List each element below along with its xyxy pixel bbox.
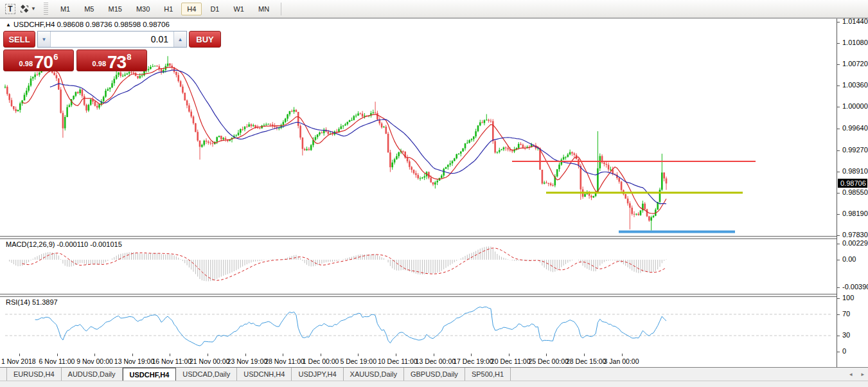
volume-decrease-button[interactable]: ▼: [38, 32, 51, 47]
ohlc-low: 0.98598: [114, 21, 141, 28]
main-chart-panel[interactable]: ▲USDCHF,H40.986080.987360.985980.98706 S…: [0, 19, 837, 236]
rsi-tick-0: 0: [842, 347, 846, 355]
tab-usdchfh4[interactable]: USDCHF,H4: [123, 368, 177, 381]
arrows-dropdown-caret-icon[interactable]: ▼: [31, 6, 36, 12]
time-tick: [509, 354, 509, 356]
axis-vertical-border: [837, 19, 837, 368]
time-tick: [471, 354, 472, 356]
time-tick: [19, 354, 20, 356]
time-axis[interactable]: 1 Nov 20186 Nov 11:009 Nov 00:0013 Nov 1…: [0, 354, 837, 368]
price-tick-1.01440-tick: [837, 22, 840, 22]
rsi-panel[interactable]: RSI(14) 51.3897: [0, 297, 837, 354]
price-tick-0.99640: 0.99640: [842, 124, 868, 132]
time-label: 20 Dec 11:00: [491, 357, 531, 365]
time-tick: [584, 354, 585, 356]
chart-tab-bar: EURUSD,H4AUDUSD,DailyUSDCHF,H4USDCAD,Dai…: [0, 367, 868, 381]
price-tick-1.00360-tick: [837, 86, 840, 86]
tab-gbpusddaily[interactable]: GBPUSD,Daily: [404, 368, 465, 381]
time-label: 9 Nov 00:00: [76, 357, 113, 365]
chart-window: ▲USDCHF,H40.986080.987360.985980.98706 S…: [0, 18, 868, 367]
time-tick: [57, 354, 58, 356]
ma-fast-line: [22, 68, 666, 214]
macd-tick-0.00: 0.00: [842, 255, 856, 263]
buy-price-display[interactable]: 0.98 73 8: [76, 50, 147, 71]
sell-button[interactable]: SELL: [3, 31, 35, 48]
price-tick-1.00720: 1.00720: [842, 60, 868, 68]
time-label: 1 Dec 00:00: [303, 357, 339, 365]
timeframe-H4[interactable]: H4: [181, 3, 202, 15]
time-label: 25 Dec 00:00: [528, 357, 568, 365]
time-label: 6 Nov 11:00: [39, 357, 75, 365]
volume-increase-button[interactable]: ▲: [173, 32, 186, 47]
price-tick-0.98550-tick: [837, 193, 840, 194]
timeframe-D1[interactable]: D1: [204, 3, 225, 15]
price-tick-0.99640-tick: [837, 129, 840, 129]
rsi-tick-70-tick: [837, 314, 840, 315]
time-tick: [208, 354, 208, 356]
timeframe-W1[interactable]: W1: [227, 3, 250, 15]
tab-eurusdh4[interactable]: EURUSD,H4: [6, 368, 62, 381]
sell-price-display[interactable]: 0.98 70 6: [3, 50, 74, 71]
tab-scroll-left-icon[interactable]: ◂: [849, 370, 853, 378]
time-tick: [245, 354, 246, 356]
arrows-tool-button[interactable]: ▼: [19, 2, 37, 16]
tab-usdcaddaily[interactable]: USDCAD,Daily: [176, 368, 237, 381]
timeframe-M15[interactable]: M15: [102, 3, 127, 15]
macd-tick--0.003904-tick: [837, 287, 840, 288]
toolbar-grip[interactable]: [44, 3, 48, 15]
sell-price-prefix: 0.98: [19, 60, 33, 68]
time-tick: [321, 354, 321, 356]
price-tick-1.00720-tick: [837, 64, 840, 65]
macd-tick--0.003904: -0.003904: [842, 283, 868, 291]
sell-price-big: 70: [34, 55, 53, 70]
time-label: 3 Jan 00:00: [604, 357, 639, 365]
collapse-arrow-icon[interactable]: ▲: [6, 22, 11, 28]
price-tick-0.99270-tick: [837, 150, 840, 151]
price-tick-0.98190-tick: [837, 214, 840, 215]
tab-scroll-right-icon[interactable]: ▸: [861, 370, 864, 378]
rsi-tick-70: 70: [842, 310, 850, 318]
timeframe-M1[interactable]: M1: [55, 3, 76, 15]
volume-input[interactable]: [51, 32, 173, 47]
rsi-tick-0-tick: [837, 352, 840, 352]
tab-sp500h1[interactable]: SP500,H1: [465, 368, 511, 381]
time-label: 1 Nov 2018: [1, 357, 36, 365]
tab-xauusddaily[interactable]: XAUUSD,Daily: [344, 368, 404, 381]
macd-tick-0.00-tick: [837, 260, 840, 260]
timeframe-H1[interactable]: H1: [158, 3, 179, 15]
price-tick-0.98190: 0.98190: [842, 210, 868, 217]
rsi-tick-30-tick: [837, 336, 840, 336]
tab-usdcnhh4[interactable]: USDCNH,H4: [237, 368, 292, 381]
timeframe-MN[interactable]: MN: [252, 3, 275, 15]
macd-panel[interactable]: MACD(12,26,9) -0.000110 -0.001015: [0, 239, 837, 294]
tab-usdjpyh4[interactable]: USDJPY,H4: [292, 368, 343, 381]
chart-title: ▲USDCHF,H40.986080.987360.985980.98706: [6, 21, 172, 28]
tab-audusddaily[interactable]: AUDUSD,Daily: [62, 368, 123, 381]
price-tick-0.99270: 0.99270: [842, 146, 868, 154]
price-tick-1.01440: 1.01440: [842, 17, 868, 25]
macd-canvas[interactable]: [0, 239, 837, 294]
current-price-tag: 0.98706: [838, 179, 867, 188]
buy-button[interactable]: BUY: [189, 31, 221, 48]
timeframe-M5[interactable]: M5: [78, 3, 100, 15]
price-tick-0.97830-tick: [837, 235, 840, 236]
ohlc-close: 0.98706: [143, 21, 170, 28]
price-tick-0.98910: 0.98910: [842, 167, 868, 175]
buy-price-big: 73: [107, 55, 126, 70]
price-tick-0.98550: 0.98550: [842, 188, 868, 196]
text-tool-button[interactable]: T: [3, 2, 17, 16]
ohlc-open: 0.98608: [57, 21, 84, 28]
time-label: 28 Dec 15:00: [566, 357, 606, 365]
buy-price-sup: 8: [127, 52, 131, 62]
timeframe-M30[interactable]: M30: [130, 3, 155, 15]
price-axis[interactable]: 1.014401.010801.007201.003601.000000.996…: [837, 19, 868, 368]
time-tick: [546, 354, 547, 356]
price-tick-1.01080-tick: [837, 43, 840, 44]
price-tick-0.98910-tick: [837, 172, 840, 172]
rsi-canvas[interactable]: [0, 297, 837, 354]
price-tick-1.00000-tick: [837, 107, 840, 107]
time-tick: [94, 354, 95, 356]
symbol-label: USDCHF,H4: [13, 21, 55, 28]
time-tick: [358, 354, 359, 356]
rsi-tick-100-tick: [837, 298, 840, 299]
